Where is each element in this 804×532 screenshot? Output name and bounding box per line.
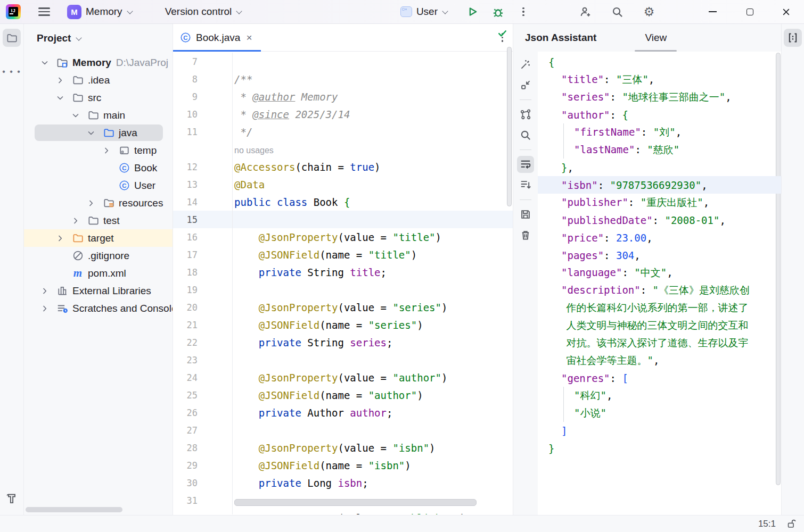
line-number[interactable]: 29 xyxy=(173,460,198,471)
chevron-right-icon[interactable] xyxy=(56,232,71,244)
json-line[interactable]: } xyxy=(538,439,781,457)
line-number[interactable]: 28 xyxy=(173,443,198,453)
json-line[interactable]: ] xyxy=(538,422,781,439)
format-button[interactable] xyxy=(517,56,534,73)
json-line[interactable]: 对抗。该书深入探讨了道德、生存以及宇 xyxy=(538,334,781,352)
json-line[interactable]: "lastName": "慈欣" xyxy=(538,141,781,159)
debug-button[interactable] xyxy=(489,3,507,21)
line-number[interactable]: 30 xyxy=(173,478,198,488)
editor-horizontal-scrollbar[interactable] xyxy=(234,499,477,506)
chevron-down-icon[interactable] xyxy=(56,92,71,104)
code-line[interactable]: 16 @JsonProperty(value = "title") xyxy=(173,228,513,246)
tree-item-scratches-and-consoles[interactable]: Scratches and Consoles xyxy=(24,300,173,317)
json-line[interactable]: "author": { xyxy=(538,106,781,123)
editor-vertical-scrollbar[interactable] xyxy=(507,47,512,206)
line-number[interactable]: 24 xyxy=(173,372,198,383)
code-line[interactable]: 23 xyxy=(173,351,513,369)
minimize-button[interactable] xyxy=(702,3,723,21)
settings-button[interactable]: ⚙ xyxy=(640,3,658,21)
tree-item-memory[interactable]: MemoryD:\JavaProj xyxy=(24,54,173,71)
more-actions-button[interactable] xyxy=(514,3,532,21)
code-line[interactable]: 8/** xyxy=(173,70,513,88)
code-line[interactable]: 30 private Long isbn; xyxy=(173,474,513,492)
tab-view[interactable]: View xyxy=(635,24,677,52)
line-number[interactable]: 8 xyxy=(173,74,198,85)
structure-button[interactable] xyxy=(517,106,534,123)
chevron-right-icon[interactable] xyxy=(87,197,102,209)
code-line[interactable]: 12@Accessors(chain = true) xyxy=(173,158,513,176)
code-line[interactable]: 14public class Book { xyxy=(173,193,513,211)
run-configuration-widget[interactable]: User xyxy=(400,6,449,18)
code-line[interactable]: 24 @JsonProperty(value = "author") xyxy=(173,369,513,386)
line-number[interactable]: 15 xyxy=(173,214,198,225)
delete-button[interactable] xyxy=(517,227,534,244)
tree-item-user[interactable]: CUser xyxy=(24,177,173,194)
code-line[interactable]: 21 @JSONField(name = "series") xyxy=(173,316,513,334)
maximize-button[interactable] xyxy=(739,3,760,21)
code-line[interactable]: 26 private Author author; xyxy=(173,404,513,421)
json-line[interactable]: 作的长篇科幻小说系列的第一部，讲述了 xyxy=(538,299,781,317)
tab-book-java[interactable]: C Book.java × xyxy=(173,24,261,51)
tree-item-pom-xml[interactable]: mpom.xml xyxy=(24,264,173,282)
tab-close-icon[interactable]: × xyxy=(245,31,253,44)
code-line[interactable]: 19 xyxy=(173,281,513,298)
chevron-right-icon[interactable] xyxy=(40,303,56,314)
json-line[interactable]: "title": "三体", xyxy=(538,71,781,88)
project-panel-header[interactable]: Project xyxy=(24,24,173,53)
tree-item--gitignore[interactable]: .gitignore xyxy=(24,247,173,264)
code-line[interactable]: 18 private String title; xyxy=(173,263,513,281)
code-editor[interactable]: 78/**9 * @author Memory10 * @since 2025/… xyxy=(173,52,513,514)
chevron-right-icon[interactable] xyxy=(40,285,56,297)
line-number[interactable]: 19 xyxy=(173,285,198,295)
code-line[interactable]: 29 @JSONField(name = "isbn") xyxy=(173,456,513,474)
chevron-right-icon[interactable] xyxy=(102,145,118,156)
json-line[interactable]: "language": "中文", xyxy=(538,264,781,281)
code-line[interactable]: 9 * @author Memory xyxy=(173,88,513,105)
tree-item-java[interactable]: java xyxy=(24,124,173,142)
line-number[interactable]: 7 xyxy=(173,56,198,67)
line-number[interactable]: 9 xyxy=(173,92,198,102)
usages-inlay-hint[interactable]: no usages xyxy=(234,146,274,155)
chevron-down-icon[interactable] xyxy=(40,57,56,69)
chevron-right-icon[interactable] xyxy=(71,215,87,227)
line-number[interactable]: 26 xyxy=(173,408,198,418)
tree-item--idea[interactable]: .idea xyxy=(24,71,173,89)
code-line[interactable]: 20 @JsonProperty(value = "series") xyxy=(173,298,513,316)
json-line[interactable]: 宙社会学等主题。", xyxy=(538,352,781,369)
code-with-me-button[interactable] xyxy=(576,3,594,21)
line-number[interactable]: 20 xyxy=(173,302,198,313)
json-line[interactable]: "genres": [ xyxy=(538,369,781,387)
caret-position[interactable]: 15:1 xyxy=(758,519,776,529)
tree-item-test[interactable]: test xyxy=(24,212,173,229)
line-number[interactable]: 12 xyxy=(173,162,198,172)
run-button[interactable] xyxy=(463,3,481,21)
close-button[interactable] xyxy=(775,3,797,21)
json-line[interactable]: "publisher": "重庆出版社", xyxy=(538,194,781,211)
lock-open-icon[interactable] xyxy=(786,519,797,529)
tree-item-target[interactable]: target xyxy=(24,229,173,247)
line-number[interactable]: 10 xyxy=(173,109,198,120)
line-number[interactable]: 17 xyxy=(173,250,198,260)
json-line[interactable]: "isbn": "9787536692930", xyxy=(538,176,781,194)
json-line[interactable]: "price": 23.00, xyxy=(538,229,781,246)
chevron-right-icon[interactable] xyxy=(56,74,71,86)
code-line[interactable]: 15 xyxy=(173,211,513,228)
save-button[interactable] xyxy=(517,206,534,223)
chevron-down-icon[interactable] xyxy=(71,110,87,121)
search-button[interactable] xyxy=(517,127,534,144)
build-toolwindow-button[interactable] xyxy=(3,489,21,508)
code-line[interactable]: 17 @JSONField(name = "title") xyxy=(173,246,513,263)
tree-item-resources[interactable]: resources xyxy=(24,194,173,212)
project-horizontal-scrollbar[interactable] xyxy=(26,507,122,512)
project-widget[interactable]: M Memory xyxy=(67,5,134,19)
collapse-button[interactable] xyxy=(517,77,534,94)
line-number[interactable]: 14 xyxy=(173,197,198,207)
scroll-to-end-button[interactable] xyxy=(517,177,534,194)
json-assistant-toolwindow-button[interactable] xyxy=(784,29,802,47)
code-line[interactable]: 13@Data xyxy=(173,176,513,193)
json-line[interactable]: }, xyxy=(538,159,781,176)
tree-item-external-libraries[interactable]: External Libraries xyxy=(24,282,173,300)
line-number[interactable]: 11 xyxy=(173,127,198,137)
line-number[interactable]: 31 xyxy=(173,495,198,506)
json-line[interactable]: "科幻", xyxy=(538,387,781,404)
